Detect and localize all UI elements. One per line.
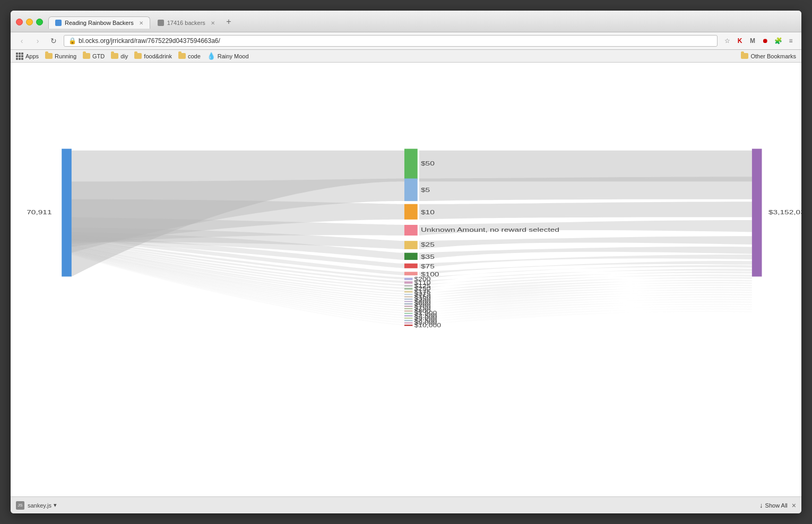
node-10: [404, 204, 418, 220]
node-unknown: [404, 225, 418, 235]
node-125: [404, 285, 413, 286]
record-icon[interactable]: ⏺: [760, 36, 771, 46]
tab-favicon: [55, 20, 62, 26]
menu-icon[interactable]: ≡: [785, 36, 796, 46]
puzzle-icon[interactable]: 🧩: [773, 36, 783, 46]
label-unknown: Unknown Amount, no reward selected: [421, 226, 559, 233]
status-filename-dropdown[interactable]: sankey.js ▾: [28, 502, 57, 509]
status-bar: JS sankey.js ▾ ↓ Show All ×: [11, 496, 801, 513]
bookmark-code-label: code: [188, 53, 201, 59]
bookmark-diy-label: diy: [120, 53, 128, 59]
bookmark-other-label: Other Bookmarks: [750, 53, 796, 59]
tabs-row: Reading Rainbow Backers ✕ 17416 backers …: [48, 15, 796, 29]
node-1500: [404, 313, 413, 314]
url-text: bl.ocks.org/jrrickard/raw/7675229d043759…: [79, 37, 220, 45]
m-icon[interactable]: M: [747, 36, 758, 46]
bookmark-diy[interactable]: diy: [111, 53, 128, 59]
node-3500: [404, 320, 413, 321]
folder-icon: [134, 53, 142, 59]
node-50: [404, 149, 418, 180]
status-filename: sankey.js: [28, 502, 51, 509]
right-node: [752, 149, 762, 277]
reload-button[interactable]: ↻: [48, 35, 59, 47]
bookmark-rainy-mood[interactable]: 💧 Rainy Mood: [207, 52, 249, 60]
back-button[interactable]: ‹: [16, 35, 28, 47]
tab-label: Reading Rainbow Backers: [65, 20, 134, 26]
folder-icon: [111, 53, 118, 59]
bookmark-food-label: food&drink: [144, 53, 172, 59]
label-50: $50: [421, 160, 435, 167]
show-all-label: Show All: [765, 502, 788, 509]
k-icon[interactable]: K: [735, 36, 745, 46]
status-left: JS sankey.js ▾: [16, 501, 57, 510]
node-700: [404, 305, 413, 307]
tab2-close-icon[interactable]: ✕: [211, 20, 215, 26]
node-75: [404, 264, 418, 268]
node-35: [404, 253, 418, 260]
bookmark-gtd-label: GTD: [92, 53, 105, 59]
node-100: [404, 272, 418, 275]
node-250: [404, 288, 413, 290]
node-10000: [404, 325, 413, 326]
new-tab-button[interactable]: +: [221, 15, 236, 29]
tab-close-icon[interactable]: ✕: [139, 20, 143, 26]
folder-icon: [45, 53, 53, 59]
status-right: ↓ Show All ×: [759, 501, 796, 510]
tab-reading-rainbow[interactable]: Reading Rainbow Backers ✕: [48, 16, 150, 29]
minimize-button[interactable]: [26, 19, 33, 25]
bookmark-food[interactable]: food&drink: [134, 53, 172, 59]
node-2500: [404, 315, 413, 316]
raindrop-icon: 💧: [207, 52, 215, 60]
node-110: [404, 281, 413, 283]
node-5: [404, 179, 418, 202]
node-600: [404, 303, 413, 304]
sankey-diagram: 70,911 $3,152,039 $50 $5 $10 Unknown Amo…: [11, 63, 801, 407]
download-icon: ↓: [759, 501, 763, 509]
tab-backers[interactable]: 17416 backers ✕: [151, 17, 221, 29]
bookmark-star-icon[interactable]: ☆: [722, 36, 732, 46]
label-75: $75: [421, 263, 435, 269]
bookmark-code[interactable]: code: [178, 53, 201, 59]
label-25: $25: [421, 241, 435, 248]
url-bar[interactable]: 🔒 bl.ocks.org/jrrickard/raw/7675229d0437…: [64, 35, 718, 47]
node-3000: [404, 318, 413, 319]
node-200: [404, 278, 413, 280]
apps-grid-icon: [16, 53, 23, 60]
node-5000: [404, 322, 413, 324]
file-icon: JS: [16, 501, 24, 510]
label-5: $5: [421, 187, 430, 193]
bookmark-gtd[interactable]: GTD: [83, 53, 105, 59]
address-actions: ☆ K M ⏺ 🧩 ≡: [722, 36, 796, 46]
node-350: [404, 299, 413, 300]
node-150: [404, 296, 413, 297]
label-35: $35: [421, 254, 435, 260]
right-node-label: $3,152,039: [768, 209, 801, 215]
tab2-favicon: [158, 20, 164, 26]
node-400: [404, 301, 413, 302]
title-bar: Reading Rainbow Backers ✕ 17416 backers …: [11, 11, 801, 32]
show-all-button[interactable]: ↓ Show All: [759, 501, 788, 509]
node-375: [404, 294, 413, 295]
node-750: [404, 308, 413, 309]
browser-window: Reading Rainbow Backers ✕ 17416 backers …: [11, 11, 801, 513]
bookmark-apps[interactable]: Apps: [16, 53, 39, 60]
page-content: 70,911 $3,152,039 $50 $5 $10 Unknown Amo…: [11, 63, 801, 496]
close-button[interactable]: [16, 19, 23, 25]
bookmark-rainy-label: Rainy Mood: [218, 53, 249, 59]
left-node-label: 70,911: [27, 209, 51, 215]
tab2-label: 17416 backers: [167, 20, 205, 26]
label-10: $10: [421, 209, 435, 215]
bookmark-running-label: Running: [55, 53, 76, 59]
bookmark-other[interactable]: Other Bookmarks: [741, 53, 796, 59]
bookmark-apps-label: Apps: [25, 53, 39, 59]
left-node: [62, 149, 72, 277]
maximize-button[interactable]: [36, 19, 43, 25]
bookmark-running[interactable]: Running: [45, 53, 76, 59]
forward-button[interactable]: ›: [32, 35, 44, 47]
folder-icon: [741, 53, 748, 59]
folder-icon: [83, 53, 90, 59]
lock-icon: 🔒: [68, 37, 76, 45]
node-25: [404, 241, 418, 249]
status-close-button[interactable]: ×: [792, 501, 796, 510]
dropdown-arrow-icon: ▾: [54, 502, 57, 509]
